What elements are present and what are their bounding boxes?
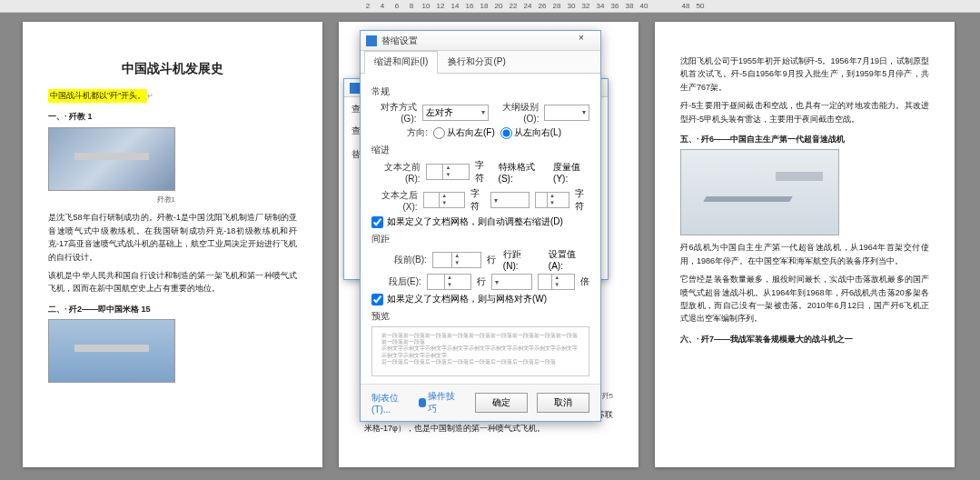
- group-general: 常规: [371, 85, 589, 98]
- space-before-spin[interactable]: ▲▼: [432, 252, 481, 268]
- heading-2: 二、· 歼2——即中国米格 15: [48, 303, 297, 315]
- after-text-label: 文本之后(X):: [371, 189, 418, 212]
- outline-combo[interactable]: [544, 105, 589, 121]
- direction-label: 方向:: [371, 126, 428, 139]
- unit-line: 行: [487, 254, 496, 266]
- paragraph: 沈阳飞机公司于1955年初开始试制歼-5。1956年7月19日，试制原型机首次试…: [680, 55, 929, 94]
- page-1: 中国战斗机发展史 中国战斗机都以"歼"开头。↵ 一、· 歼教 1 歼教1 是沈飞…: [23, 22, 322, 467]
- ok-button[interactable]: 确定: [475, 393, 528, 413]
- group-preview: 预览: [371, 310, 589, 323]
- horizontal-ruler: 2468101214161820222426283032343638404850: [0, 0, 980, 13]
- paragraph: 是沈飞58年自行研制成功的。歼教-1是中国沈阳飞机制造厂研制的亚音速喷气式中级教…: [48, 211, 297, 264]
- auto-indent-checkbox[interactable]: 如果定义了文档网格，则自动调整右缩进(D): [371, 215, 589, 228]
- space-after-spin[interactable]: ▲▼: [427, 274, 472, 290]
- group-indent: 缩进: [371, 144, 589, 156]
- close-icon[interactable]: ×: [568, 33, 595, 49]
- caption-1: 歼教1: [48, 195, 175, 206]
- dir-rtl-radio[interactable]: 从右向左(F): [433, 126, 495, 139]
- paragraph: 它曾经是装备数量最多，服役时间最长，实战中击落敌机最多的国产喷气式超音速战斗机。…: [680, 273, 929, 325]
- heading-j6: 五、· 歼6——中国自主生产第一代超音速战机: [680, 133, 929, 145]
- align-label: 对齐方式(G):: [371, 101, 417, 124]
- heading-j7: 六、· 歼7——我战军装备规模最大的战斗机之一: [680, 333, 929, 345]
- measure-label: 度量值(Y):: [553, 161, 589, 184]
- outline-label: 大纲级别(O):: [494, 101, 539, 124]
- tab-line-page-break[interactable]: 换行和分页(P): [438, 51, 515, 73]
- highlighted-text[interactable]: 中国战斗机都以"歼"开头。: [48, 89, 147, 102]
- setvalue-spin[interactable]: ▲▼: [538, 274, 575, 290]
- unit-倍: 倍: [580, 275, 589, 288]
- before-text-spin[interactable]: ▲▼: [426, 164, 470, 180]
- tabstop-button[interactable]: 制表位(T)...: [371, 392, 410, 415]
- page-title: 中国战斗机发展史: [48, 58, 297, 78]
- linespace-label: 行距(N):: [503, 248, 536, 271]
- dialog-tabs: 缩进和间距(I) 换行和分页(P): [361, 51, 600, 74]
- app-icon: [366, 35, 377, 46]
- before-text-label: 文本之前(R):: [371, 161, 421, 184]
- paragraph-dialog[interactable]: 替缩设置 × 缩进和间距(I) 换行和分页(P) 常规 对齐方式(G): 左对齐…: [360, 30, 601, 422]
- heading-1: 一、· 歼教 1: [48, 110, 297, 123]
- tab-indent-spacing[interactable]: 缩进和间距(I): [364, 51, 438, 74]
- paragraph: 该机是中华人民共和国自行设计和制造的第一架飞机和第一种喷气式飞机，因而在新中国航…: [48, 269, 297, 295]
- setvalue-label: 设置值(A):: [549, 248, 589, 271]
- unit-char-2: 字符: [470, 187, 485, 213]
- space-before-label: 段前(B):: [371, 254, 427, 266]
- cancel-button[interactable]: 取消: [537, 393, 589, 413]
- align-combo[interactable]: 左对齐: [422, 105, 489, 121]
- linespace-combo[interactable]: [491, 274, 532, 290]
- unit-char: 字符: [475, 159, 490, 185]
- special-label: 特殊格式(S):: [499, 161, 543, 184]
- dialog-title-text: 替缩设置: [381, 35, 418, 47]
- image-mig15: [48, 319, 175, 383]
- paragraph: 歼6战机为中国自主生产第一代超音速战机，从1964年首架交付使用，1986年停产…: [680, 241, 929, 267]
- image-j6: [680, 149, 839, 235]
- special-combo[interactable]: [490, 192, 529, 208]
- measure-spin[interactable]: ▲▼: [535, 192, 569, 208]
- image-jj1: [48, 127, 175, 191]
- group-spacing: 间距: [371, 233, 589, 245]
- tips-button[interactable]: 操作技巧: [419, 390, 457, 415]
- grid-align-checkbox[interactable]: 如果定义了文档网格，则与网格对齐(W): [371, 293, 589, 305]
- unit-line-2: 行: [477, 275, 486, 288]
- preview-box: 前一段落前一段落前一段落前一段落前一段落前一段落前一段落前一段落前一段落前一段落…: [371, 326, 589, 376]
- page-3: 沈阳飞机公司于1955年初开始试制歼-5。1956年7月19日，试制原型机首次试…: [655, 22, 955, 467]
- dir-ltr-radio[interactable]: 从左向右(L): [500, 126, 561, 139]
- dialog-titlebar[interactable]: 替缩设置 ×: [361, 31, 600, 51]
- paragraph: 歼-5主要用于昼间截击和空战，也具有一定的对地攻击能力。其改进型歼-5甲机头装有…: [680, 99, 929, 125]
- gear-icon: [419, 398, 426, 407]
- unit-char-3: 字符: [575, 187, 589, 213]
- space-after-label: 段后(E):: [371, 275, 421, 288]
- after-text-spin[interactable]: ▲▼: [423, 192, 465, 208]
